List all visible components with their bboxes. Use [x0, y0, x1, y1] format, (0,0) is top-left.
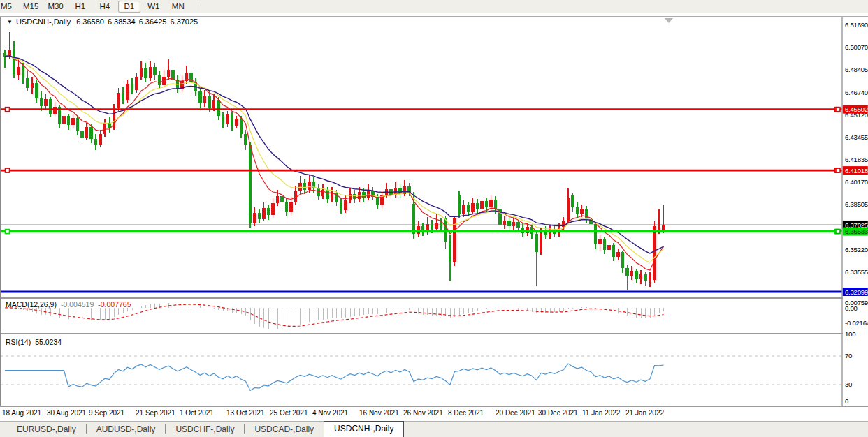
- macd-signal-value: -0.007765: [98, 300, 131, 309]
- svg-text:18 Aug 2021: 18 Aug 2021: [2, 409, 42, 417]
- svg-text:16 Nov 2021: 16 Nov 2021: [359, 409, 399, 417]
- svg-text:6.35220: 6.35220: [845, 246, 868, 253]
- svg-text:11 Jan 2022: 11 Jan 2022: [582, 409, 621, 417]
- tab-audusd[interactable]: AUDUSD-,Daily: [87, 422, 166, 437]
- ohlc-open: 6.36580: [76, 17, 104, 26]
- tab-usdcnh[interactable]: USDCNH-,Daily: [324, 421, 404, 437]
- macd-main-value: -0.004519: [61, 300, 94, 309]
- svg-text:6.43455: 6.43455: [845, 133, 868, 141]
- svg-text:25 Oct 2021: 25 Oct 2021: [270, 409, 308, 417]
- svg-text:6.41835: 6.41835: [845, 156, 868, 163]
- svg-text:0.00: 0.00: [845, 304, 858, 312]
- macd-indicator-label: MACD(12,26,9)-0.004519-0.007765: [6, 300, 131, 309]
- svg-text:-0.02164: -0.02164: [845, 319, 868, 327]
- svg-text:6.32099: 6.32099: [845, 288, 868, 296]
- svg-text:13 Oct 2021: 13 Oct 2021: [226, 409, 265, 417]
- svg-text:20 Dec 2021: 20 Dec 2021: [496, 409, 535, 417]
- timeframe-button-m15[interactable]: M15: [20, 1, 42, 13]
- timeframe-button-m5[interactable]: M5: [0, 1, 17, 13]
- timeframe-button-h1[interactable]: H1: [69, 1, 92, 13]
- timeframe-button-m30[interactable]: M30: [44, 1, 66, 13]
- rsi-indicator-label: RSI(14)55.0234: [6, 338, 62, 346]
- chevron-down-icon: ▼: [7, 19, 13, 25]
- rsi-value: 55.0234: [35, 338, 62, 346]
- svg-text:70: 70: [845, 352, 852, 360]
- chart-symbol: USDCNH-,Daily: [16, 17, 71, 26]
- ohlc-high: 6.38534: [108, 17, 136, 26]
- chart-title: ▼USDCNH-,Daily6.365806.385346.364256.370…: [7, 17, 201, 26]
- svg-text:30 Dec 2021: 30 Dec 2021: [538, 409, 578, 417]
- ohlc-low: 6.36425: [139, 17, 167, 26]
- svg-text:6.50070: 6.50070: [845, 43, 868, 51]
- svg-text:6.36533: 6.36533: [845, 228, 868, 235]
- svg-text:6.48405: 6.48405: [845, 66, 868, 73]
- ohlc-close: 6.37025: [170, 17, 198, 26]
- chart-area[interactable]: 6.516906.500706.484056.467406.451206.434…: [0, 13, 868, 421]
- toolbar-separator: [198, 2, 198, 11]
- svg-text:26 Nov 2021: 26 Nov 2021: [403, 409, 443, 417]
- timeframe-button-mn[interactable]: MN: [167, 1, 189, 13]
- svg-text:100: 100: [845, 330, 855, 338]
- timeframe-button-w1[interactable]: W1: [143, 1, 165, 13]
- svg-text:30 Aug 2021: 30 Aug 2021: [47, 409, 87, 417]
- svg-text:1 Oct 2021: 1 Oct 2021: [180, 409, 214, 417]
- macd-name: MACD(12,26,9): [6, 300, 57, 309]
- svg-text:30: 30: [845, 380, 852, 388]
- svg-text:0: 0: [845, 397, 848, 405]
- tab-usdcad[interactable]: USDCAD-,Daily: [245, 422, 324, 437]
- svg-text:6.46740: 6.46740: [845, 89, 868, 96]
- date-axis: 18 Aug 202130 Aug 20219 Sep 202121 Sep 2…: [2, 409, 664, 417]
- timeframe-button-h4[interactable]: H4: [94, 1, 116, 13]
- mt4-window: M5M15M30H1H4D1W1MN 6.516906.500706.48405…: [0, 0, 868, 437]
- timeframe-button-d1[interactable]: D1: [118, 1, 140, 13]
- svg-text:9 Sep 2021: 9 Sep 2021: [89, 409, 125, 417]
- chart-canvas[interactable]: 6.516906.500706.484056.467406.451206.434…: [0, 13, 868, 421]
- svg-text:6.33555: 6.33555: [845, 268, 868, 276]
- svg-text:4 Nov 2021: 4 Nov 2021: [312, 409, 349, 417]
- svg-text:6.45502: 6.45502: [845, 105, 868, 113]
- svg-text:6.41018: 6.41018: [845, 167, 868, 175]
- svg-text:21 Sep 2021: 21 Sep 2021: [136, 409, 175, 417]
- rsi-name: RSI(14): [6, 338, 31, 346]
- timeframe-toolbar: M5M15M30H1H4D1W1MN: [0, 0, 868, 13]
- svg-text:6.38505: 6.38505: [845, 200, 868, 208]
- svg-text:8 Dec 2021: 8 Dec 2021: [448, 409, 484, 417]
- tab-eurusd[interactable]: EURUSD-,Daily: [7, 422, 86, 437]
- tab-usdchf[interactable]: USDCHF-,Daily: [166, 422, 244, 437]
- svg-text:6.51690: 6.51690: [845, 21, 868, 29]
- svg-text:21 Jan 2022: 21 Jan 2022: [625, 409, 664, 417]
- chart-tabs-bar: EURUSD-,DailyAUDUSD-,DailyUSDCHF-,DailyU…: [0, 421, 868, 437]
- svg-text:6.40170: 6.40170: [845, 178, 868, 186]
